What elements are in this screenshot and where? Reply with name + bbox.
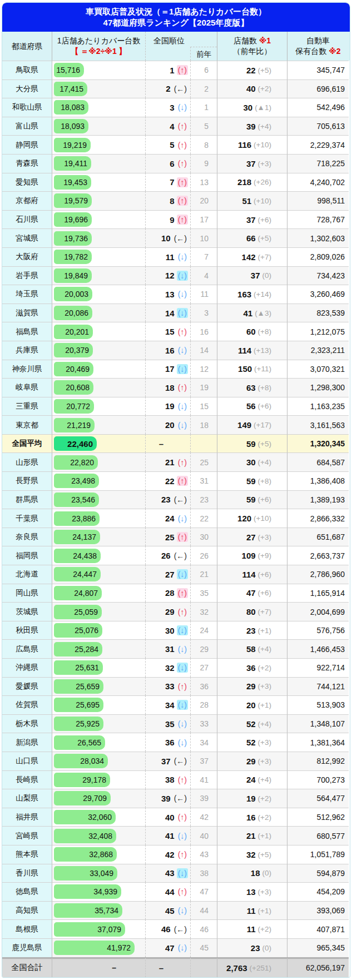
prev-year-rank: 1 xyxy=(191,98,217,117)
prev-year-rank: 6 xyxy=(191,61,217,79)
coverage-value: 23,546 xyxy=(71,495,95,504)
coverage-cell: 23,886 xyxy=(52,509,146,528)
coverage-value: 22,820 xyxy=(70,458,94,467)
stores-count: 149 xyxy=(237,420,251,430)
coverage-cell: 20,772 xyxy=(52,397,146,416)
table-row: 東京都 21,219 20 (↓) 18 149 (+17) 3,161,563 xyxy=(2,415,350,434)
coverage-cell: 35,734 xyxy=(52,901,146,920)
table-row: 青森県 19,411 6 (↑) 9 37 (+3) 718,225 xyxy=(2,154,350,173)
table-row: 香川県 33,049 43 (↓) 38 18 (0) 594,879 xyxy=(2,864,350,883)
coverage-bar: 23,498 xyxy=(54,474,99,488)
stores-yoy-change: (+6) xyxy=(258,589,271,597)
header-stores-sub: （前年比） xyxy=(233,46,272,57)
coverage-cell: 32,868 xyxy=(52,845,146,864)
rank-number: 14 xyxy=(165,309,175,318)
coverage-bar: – xyxy=(54,961,145,975)
rank-down-icon: (↓) xyxy=(177,738,188,748)
prev-year-rank: 24 xyxy=(191,621,217,640)
stores-yoy-change: (0) xyxy=(262,869,272,877)
stores-count: 21 xyxy=(246,831,256,840)
rank-up-icon: (↑) xyxy=(177,382,188,392)
stores-count: 37 xyxy=(246,215,256,225)
rank-cell: 40 (↑) xyxy=(146,808,191,827)
coverage-bar: 20,086 xyxy=(54,306,92,320)
table-row: 愛知県 19,453 7 (↑) 13 218 (+26) 4,240,702 xyxy=(2,173,350,192)
table-row: 静岡県 19,219 5 (↑) 8 116 (+10) 2,229,374 xyxy=(2,135,350,154)
table-row: 福島県 20,201 15 (↑) 16 60 (+8) 1,212,075 xyxy=(2,322,350,341)
vehicles-count: 4,240,702 xyxy=(287,173,349,192)
stores-cell: 149 (+17) xyxy=(217,415,287,434)
rank-cell: 31 (↓) xyxy=(146,639,191,658)
rank-up-icon: (↑) xyxy=(177,887,188,897)
stores-cell: 109 (+9) xyxy=(217,546,287,565)
rank-number: 39 xyxy=(161,794,171,803)
coverage-value: 19,579 xyxy=(64,196,88,205)
table-row: 鳥取県 15,716 1 (↑) 6 22 (+5) 345,747 xyxy=(2,61,350,79)
stores-count: 47 xyxy=(246,588,256,598)
stores-yoy-change: (+17) xyxy=(254,421,271,429)
coverage-value: 20,772 xyxy=(66,402,90,411)
coverage-bar: 24,447 xyxy=(54,567,101,581)
coverage-bar: 19,411 xyxy=(54,156,91,171)
table-row: 宮城県 19,736 10 (←) 10 66 (+5) 1,302,603 xyxy=(2,228,350,247)
stores-cell: 59 (+6) xyxy=(217,490,287,509)
coverage-value: 20,469 xyxy=(66,365,90,374)
prefecture-name: 栃木県 xyxy=(2,714,52,733)
vehicles-count: 393,069 xyxy=(287,901,349,920)
rank-down-icon: (↓) xyxy=(177,289,188,299)
stores-cell: 36 (+2) xyxy=(217,658,287,677)
rank-number: 46 xyxy=(161,924,171,934)
stores-count: 30 xyxy=(243,103,252,112)
rank-down-icon: (↓) xyxy=(177,420,188,430)
stores-cell: 80 (+7) xyxy=(217,602,287,621)
rank-same-icon: (←) xyxy=(173,756,188,766)
stores-yoy-change: (+2) xyxy=(258,84,271,93)
rank-number: 30 xyxy=(165,626,175,635)
stores-cell: 32 (+5) xyxy=(217,845,287,864)
coverage-cell: 19,219 xyxy=(52,135,146,154)
stores-cell: 23 (0) xyxy=(217,938,287,957)
title-line-1: 車買取店普及状況（＝1店舗あたりカバー台数） xyxy=(3,6,349,17)
stores-yoy-change: (+2) xyxy=(258,925,271,933)
stores-count: 11 xyxy=(247,906,256,916)
stores-cell: 47 (+6) xyxy=(217,584,287,603)
coverage-bar: 19,579 xyxy=(54,193,92,208)
stores-cell: 37 (0) xyxy=(217,266,287,285)
stores-yoy-change: (+5) xyxy=(258,850,271,859)
coverage-bar: 24,807 xyxy=(54,586,102,600)
prefecture-name: 秋田県 xyxy=(2,621,52,640)
stores-yoy-change: (+3) xyxy=(258,160,271,168)
stores-yoy-change: (+4) xyxy=(258,720,271,728)
prev-year-rank: 44 xyxy=(191,901,217,920)
rank-same-icon: (←) xyxy=(173,233,188,243)
coverage-value: 20,086 xyxy=(65,309,88,317)
stores-yoy-change: (+10) xyxy=(254,141,271,149)
stores-yoy-change: (+7) xyxy=(258,253,271,261)
rank-cell: 39 (←) xyxy=(146,789,191,808)
stores-cell: 59 (+8) xyxy=(217,471,287,490)
table-row: 広島県 25,284 31 (↓) 29 58 (+4) 1,466,453 xyxy=(2,639,350,658)
prev-year-rank: 26 xyxy=(191,546,217,565)
table-row: 茨城県 25,059 29 (↑) 32 80 (+7) 2,004,699 xyxy=(2,602,350,621)
table-row: 岡山県 24,807 28 (↑) 35 47 (+6) 1,165,914 xyxy=(2,584,350,603)
coverage-cell: 25,631 xyxy=(52,658,146,677)
vehicles-count: 2,786,960 xyxy=(287,565,349,584)
coverage-bar: 19,219 xyxy=(54,138,91,152)
rank-cell: 11 (↓) xyxy=(146,247,191,266)
stores-count: 58 xyxy=(246,644,256,654)
table-row: 沖縄県 25,631 32 (↓) 27 36 (+2) 922,714 xyxy=(2,658,350,677)
table-row: 高知県 35,734 45 (↓) 44 11 (+1) 393,069 xyxy=(2,901,350,920)
vehicles-count: 345,747 xyxy=(287,61,349,79)
coverage-bar: 19,696 xyxy=(54,212,92,227)
prefecture-name: 群馬県 xyxy=(2,490,52,509)
prefecture-name: 福岡県 xyxy=(2,546,52,565)
rank-number: 25 xyxy=(165,533,175,542)
rank-down-icon: (↓) xyxy=(177,644,188,654)
stores-cell: 2,763 (+251) xyxy=(217,957,287,977)
vehicles-count: 812,992 xyxy=(287,752,349,770)
table-row: 鹿児島県 41,972 47 (↓) 45 23 (0) 965,345 xyxy=(2,938,350,957)
coverage-value: 25,631 xyxy=(75,663,99,672)
coverage-value: 33,049 xyxy=(90,869,113,878)
rank-number: 38 xyxy=(165,775,175,784)
coverage-cell: 18,093 xyxy=(52,117,146,136)
